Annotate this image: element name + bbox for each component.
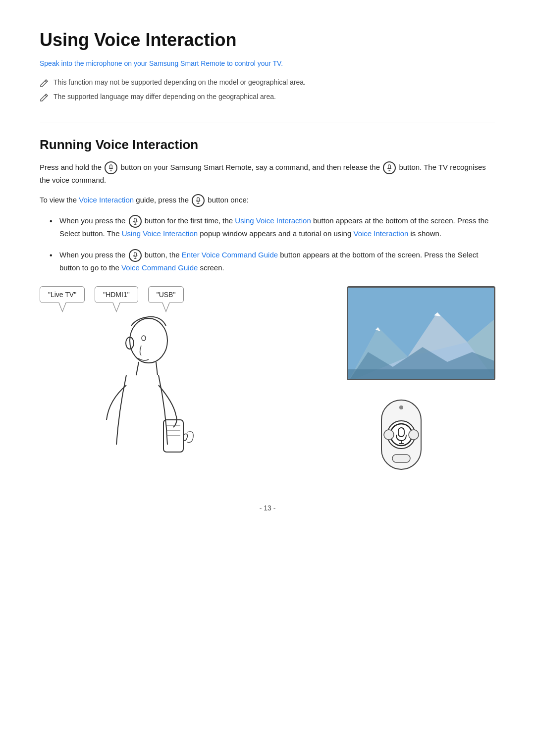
using-voice-interaction-link-2[interactable]: Using Voice Interaction <box>122 229 198 238</box>
illustration-container: "Live TV" "HDMI1" "USB" <box>40 286 495 474</box>
subtitle: Speak into the microphone on your Samsun… <box>40 59 495 67</box>
mic-button-icon-4 <box>129 215 142 228</box>
svg-rect-43 <box>392 454 410 462</box>
speech-bubble-live-tv: "Live TV" <box>40 286 85 303</box>
body-paragraph-2: To view the Voice Interaction guide, pre… <box>40 194 495 207</box>
bullet-item-1: When you press the button for the first … <box>50 215 495 240</box>
pencil-icon-1 <box>40 79 49 88</box>
mic-button-icon-3 <box>192 194 205 207</box>
note-item-1: This function may not be supported depen… <box>40 78 495 88</box>
svg-rect-12 <box>134 252 136 256</box>
speech-bubbles-group: "Live TV" "HDMI1" "USB" <box>40 286 184 303</box>
person-illustration <box>79 311 268 464</box>
using-voice-interaction-link-1[interactable]: Using Voice Interaction <box>235 216 311 225</box>
remote-illustration <box>372 395 431 469</box>
page-title: Using Voice Interaction <box>40 30 495 50</box>
svg-point-41 <box>384 430 394 440</box>
mic-button-icon-1 <box>105 161 117 174</box>
svg-point-15 <box>130 318 167 363</box>
svg-line-18 <box>156 362 158 375</box>
svg-rect-0 <box>110 165 112 169</box>
speech-bubble-usb: "USB" <box>148 286 184 303</box>
note-list: This function may not be supported depen… <box>40 78 495 102</box>
mic-button-icon-2 <box>383 161 396 174</box>
page-number: - 13 - <box>40 504 495 512</box>
bullet-list: When you press the button for the first … <box>40 215 495 274</box>
mic-button-icon-5 <box>129 249 142 262</box>
svg-marker-31 <box>495 317 495 322</box>
tv-illustration <box>347 286 495 380</box>
bullet-item-2: When you press the button, the Enter Voi… <box>50 249 495 274</box>
tv-screen <box>347 286 495 380</box>
section2-title: Running Voice Interaction <box>40 137 495 152</box>
svg-point-23 <box>142 336 146 341</box>
enter-voice-command-guide-link[interactable]: Enter Voice Command Guide <box>182 251 278 259</box>
pencil-icon-2 <box>40 93 49 102</box>
section-divider <box>40 122 495 122</box>
body-paragraph-1: Press and hold the button on your Samsun… <box>40 161 495 186</box>
voice-interaction-link-1[interactable]: Voice Interaction <box>79 196 134 204</box>
voice-command-guide-link[interactable]: Voice Command Guide <box>121 263 198 272</box>
svg-line-17 <box>136 362 139 375</box>
svg-rect-3 <box>388 165 391 169</box>
svg-rect-6 <box>197 198 200 202</box>
svg-point-35 <box>399 405 403 409</box>
svg-rect-9 <box>134 218 136 222</box>
voice-interaction-link-2[interactable]: Voice Interaction <box>353 229 408 238</box>
note-item-2: The supported language may differ depend… <box>40 93 495 102</box>
speech-bubble-hdmi1: "HDMI1" <box>95 286 138 303</box>
svg-rect-33 <box>348 369 495 380</box>
svg-point-42 <box>409 430 419 440</box>
